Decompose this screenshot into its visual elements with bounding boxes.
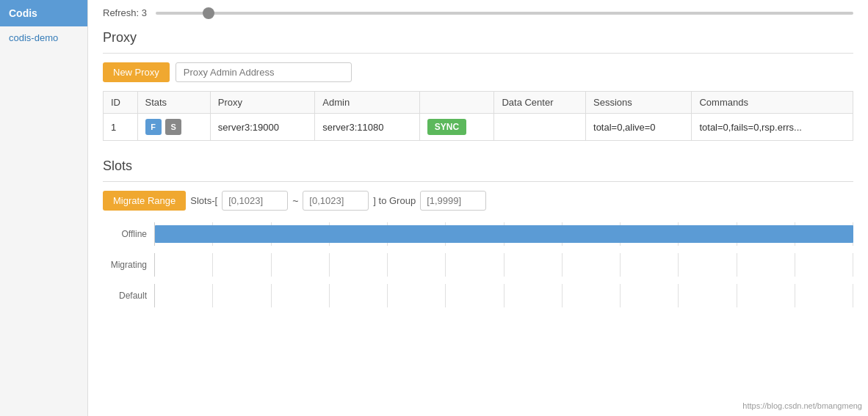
grid-line bbox=[621, 284, 679, 307]
row-sync-cell: SYNC bbox=[419, 114, 494, 141]
grid-line bbox=[388, 253, 446, 277]
grid-line bbox=[621, 253, 679, 277]
migrate-range-button[interactable]: Migrate Range bbox=[103, 191, 186, 211]
col-sync bbox=[419, 92, 494, 114]
slots-section: Slots Migrate Range Slots-[ ~ ] to Group… bbox=[103, 158, 853, 307]
grid-line bbox=[213, 253, 271, 277]
chart-bar-offline bbox=[155, 225, 853, 243]
row-admin: server3:11080 bbox=[315, 114, 419, 141]
slot-from-input[interactable] bbox=[222, 191, 288, 211]
sidebar: Codis codis-demo bbox=[0, 0, 88, 416]
grid-line bbox=[272, 284, 330, 307]
slots-tilde: ~ bbox=[292, 195, 298, 207]
sync-button[interactable]: SYNC bbox=[427, 119, 466, 135]
slot-to-input[interactable] bbox=[303, 191, 369, 211]
main-content: Refresh: 3 Proxy New Proxy ID Stats Prox… bbox=[88, 0, 868, 416]
chart-row-migrating: Migrating bbox=[103, 253, 853, 277]
grid-line bbox=[504, 253, 563, 277]
slots-divider bbox=[103, 181, 853, 182]
chart-bar-area-default bbox=[154, 284, 853, 307]
new-proxy-button[interactable]: New Proxy bbox=[103, 62, 170, 82]
grid-line bbox=[155, 284, 213, 307]
row-proxy: server3:19000 bbox=[210, 114, 314, 141]
col-datacenter: Data Center bbox=[494, 92, 586, 114]
proxy-section: Proxy New Proxy ID Stats Proxy Admin Dat… bbox=[103, 30, 853, 141]
chart-grid-default bbox=[155, 284, 853, 307]
slots-suffix-label: ] to Group bbox=[373, 195, 416, 206]
col-commands: Commands bbox=[692, 92, 853, 114]
chart-row-offline: Offline bbox=[103, 222, 853, 246]
grid-line bbox=[330, 253, 388, 277]
chart-bar-area-migrating bbox=[154, 253, 853, 277]
sidebar-link-codis-demo[interactable]: codis-demo bbox=[0, 26, 87, 49]
refresh-label: Refresh: 3 bbox=[103, 7, 147, 18]
grid-line bbox=[330, 284, 388, 307]
stat-f-badge: F bbox=[145, 119, 162, 135]
slots-chart: Offline bbox=[103, 222, 853, 307]
chart-label-offline: Offline bbox=[103, 229, 154, 239]
grid-line bbox=[272, 253, 330, 277]
grid-line bbox=[388, 284, 446, 307]
grid-line bbox=[446, 284, 504, 307]
grid-line bbox=[737, 284, 795, 307]
proxy-controls: New Proxy bbox=[103, 62, 853, 82]
grid-line bbox=[563, 253, 621, 277]
grid-line bbox=[155, 253, 213, 277]
watermark: https://blog.csdn.net/bmangmeng bbox=[742, 401, 862, 410]
row-id: 1 bbox=[104, 114, 138, 141]
refresh-bar: Refresh: 3 bbox=[103, 7, 853, 18]
row-sessions: total=0,alive=0 bbox=[586, 114, 692, 141]
col-id: ID bbox=[104, 92, 138, 114]
slots-prefix-label: Slots-[ bbox=[190, 195, 217, 206]
slots-controls: Migrate Range Slots-[ ~ ] to Group bbox=[103, 191, 853, 211]
slots-section-title: Slots bbox=[103, 158, 853, 174]
grid-line bbox=[679, 284, 737, 307]
col-admin: Admin bbox=[315, 92, 419, 114]
grid-line bbox=[679, 253, 737, 277]
chart-row-default: Default bbox=[103, 284, 853, 307]
grid-line bbox=[446, 253, 504, 277]
grid-line bbox=[795, 253, 853, 277]
col-proxy: Proxy bbox=[210, 92, 314, 114]
proxy-address-input[interactable] bbox=[176, 62, 352, 82]
col-sessions: Sessions bbox=[586, 92, 692, 114]
proxy-section-title: Proxy bbox=[103, 30, 853, 45]
row-commands: total=0,fails=0,rsp.errs... bbox=[692, 114, 853, 141]
table-header-row: ID Stats Proxy Admin Data Center Session… bbox=[104, 92, 853, 114]
proxy-table: ID Stats Proxy Admin Data Center Session… bbox=[103, 91, 853, 141]
chart-label-default: Default bbox=[103, 291, 154, 301]
table-row: 1 F S server3:19000 server3:11080 SYNC t… bbox=[104, 114, 853, 141]
grid-line bbox=[504, 284, 563, 307]
grid-line bbox=[737, 253, 795, 277]
row-datacenter bbox=[494, 114, 586, 141]
chart-label-migrating: Migrating bbox=[103, 260, 154, 270]
refresh-slider[interactable] bbox=[156, 12, 853, 15]
row-stats: F S bbox=[137, 114, 210, 141]
grid-line bbox=[213, 284, 271, 307]
grid-line bbox=[563, 284, 621, 307]
sidebar-title: Codis bbox=[0, 0, 87, 26]
chart-bar-area-offline bbox=[154, 222, 853, 246]
chart-grid-migrating bbox=[155, 253, 853, 277]
stat-s-badge: S bbox=[165, 119, 181, 135]
col-stats: Stats bbox=[137, 92, 210, 114]
proxy-divider bbox=[103, 53, 853, 54]
slot-group-input[interactable] bbox=[420, 191, 486, 211]
grid-line bbox=[795, 284, 853, 307]
